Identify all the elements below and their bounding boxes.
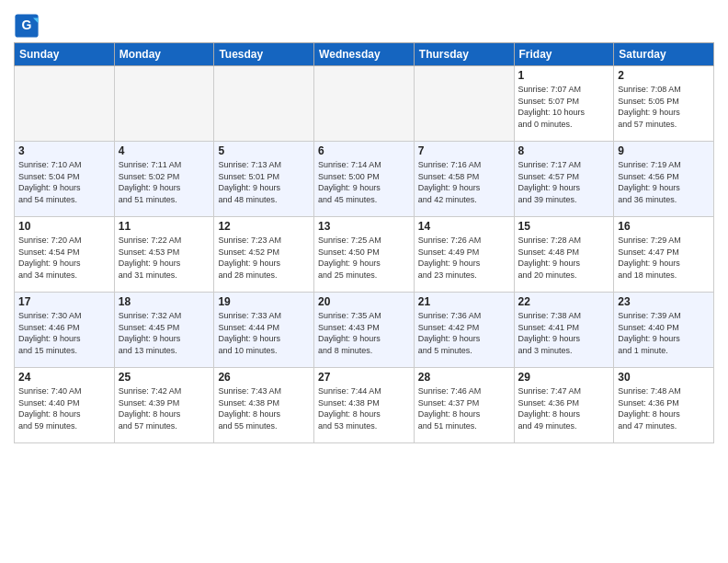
calendar-cell: 8Sunrise: 7:17 AM Sunset: 4:57 PM Daylig… — [514, 142, 614, 217]
day-info: Sunrise: 7:40 AM Sunset: 4:40 PM Dayligh… — [18, 385, 110, 431]
calendar-header-saturday: Saturday — [614, 43, 714, 66]
day-info: Sunrise: 7:33 AM Sunset: 4:44 PM Dayligh… — [218, 310, 310, 356]
day-number: 24 — [18, 371, 110, 384]
day-info: Sunrise: 7:26 AM Sunset: 4:49 PM Dayligh… — [418, 235, 510, 281]
day-info: Sunrise: 7:29 AM Sunset: 4:47 PM Dayligh… — [618, 235, 710, 281]
day-number: 7 — [418, 144, 510, 157]
day-info: Sunrise: 7:20 AM Sunset: 4:54 PM Dayligh… — [18, 235, 110, 281]
day-info: Sunrise: 7:38 AM Sunset: 4:41 PM Dayligh… — [518, 310, 610, 356]
calendar-cell: 24Sunrise: 7:40 AM Sunset: 4:40 PM Dayli… — [15, 368, 115, 443]
calendar-week-4: 24Sunrise: 7:40 AM Sunset: 4:40 PM Dayli… — [15, 368, 714, 443]
day-info: Sunrise: 7:35 AM Sunset: 4:43 PM Dayligh… — [318, 310, 410, 356]
calendar-cell: 26Sunrise: 7:43 AM Sunset: 4:38 PM Dayli… — [214, 368, 314, 443]
day-info: Sunrise: 7:08 AM Sunset: 5:05 PM Dayligh… — [618, 84, 710, 130]
day-number: 2 — [618, 69, 710, 82]
day-number: 9 — [618, 144, 710, 157]
day-number: 17 — [18, 295, 110, 308]
day-info: Sunrise: 7:14 AM Sunset: 5:00 PM Dayligh… — [318, 159, 410, 205]
day-info: Sunrise: 7:23 AM Sunset: 4:52 PM Dayligh… — [218, 235, 310, 281]
header: G — [14, 9, 714, 39]
calendar-table: SundayMondayTuesdayWednesdayThursdayFrid… — [14, 42, 714, 443]
calendar-cell: 30Sunrise: 7:48 AM Sunset: 4:36 PM Dayli… — [614, 368, 714, 443]
calendar-week-3: 17Sunrise: 7:30 AM Sunset: 4:46 PM Dayli… — [15, 293, 714, 368]
calendar-header-sunday: Sunday — [15, 43, 115, 66]
day-info: Sunrise: 7:17 AM Sunset: 4:57 PM Dayligh… — [518, 159, 610, 205]
day-number: 19 — [218, 295, 310, 308]
calendar-cell — [114, 66, 214, 142]
calendar-cell: 14Sunrise: 7:26 AM Sunset: 4:49 PM Dayli… — [414, 217, 514, 293]
day-number: 10 — [18, 220, 110, 233]
calendar-cell: 28Sunrise: 7:46 AM Sunset: 4:37 PM Dayli… — [414, 368, 514, 443]
calendar-cell — [414, 66, 514, 142]
day-info: Sunrise: 7:32 AM Sunset: 4:45 PM Dayligh… — [119, 310, 210, 356]
calendar-week-2: 10Sunrise: 7:20 AM Sunset: 4:54 PM Dayli… — [15, 217, 714, 293]
day-number: 27 — [318, 371, 410, 384]
day-number: 23 — [618, 295, 710, 308]
day-number: 29 — [518, 371, 610, 384]
day-number: 4 — [119, 144, 210, 157]
calendar-header-monday: Monday — [114, 43, 214, 66]
day-info: Sunrise: 7:42 AM Sunset: 4:39 PM Dayligh… — [119, 385, 210, 431]
calendar-cell: 5Sunrise: 7:13 AM Sunset: 5:01 PM Daylig… — [214, 142, 314, 217]
day-number: 12 — [218, 220, 310, 233]
day-number: 28 — [418, 371, 510, 384]
calendar-cell: 6Sunrise: 7:14 AM Sunset: 5:00 PM Daylig… — [314, 142, 415, 217]
calendar-week-0: 1Sunrise: 7:07 AM Sunset: 5:07 PM Daylig… — [15, 66, 714, 142]
day-number: 25 — [119, 371, 210, 384]
calendar-cell: 15Sunrise: 7:28 AM Sunset: 4:48 PM Dayli… — [514, 217, 614, 293]
calendar-cell: 19Sunrise: 7:33 AM Sunset: 4:44 PM Dayli… — [214, 293, 314, 368]
calendar-cell: 7Sunrise: 7:16 AM Sunset: 4:58 PM Daylig… — [414, 142, 514, 217]
calendar-week-1: 3Sunrise: 7:10 AM Sunset: 5:04 PM Daylig… — [15, 142, 714, 217]
day-number: 5 — [218, 144, 310, 157]
calendar-header-friday: Friday — [514, 43, 614, 66]
calendar-cell: 29Sunrise: 7:47 AM Sunset: 4:36 PM Dayli… — [514, 368, 614, 443]
calendar-cell: 22Sunrise: 7:38 AM Sunset: 4:41 PM Dayli… — [514, 293, 614, 368]
day-info: Sunrise: 7:36 AM Sunset: 4:42 PM Dayligh… — [418, 310, 510, 356]
day-number: 26 — [218, 371, 310, 384]
day-number: 8 — [518, 144, 610, 157]
calendar-cell: 4Sunrise: 7:11 AM Sunset: 5:02 PM Daylig… — [114, 142, 214, 217]
day-info: Sunrise: 7:19 AM Sunset: 4:56 PM Dayligh… — [618, 159, 710, 205]
calendar-cell: 16Sunrise: 7:29 AM Sunset: 4:47 PM Dayli… — [614, 217, 714, 293]
page-container: G SundayMondayTuesdayWednesdayThursdayFr… — [0, 0, 728, 448]
calendar-cell: 10Sunrise: 7:20 AM Sunset: 4:54 PM Dayli… — [15, 217, 115, 293]
calendar-cell: 17Sunrise: 7:30 AM Sunset: 4:46 PM Dayli… — [15, 293, 115, 368]
day-number: 1 — [518, 69, 610, 82]
day-info: Sunrise: 7:44 AM Sunset: 4:38 PM Dayligh… — [318, 385, 410, 431]
calendar-header-tuesday: Tuesday — [214, 43, 314, 66]
day-info: Sunrise: 7:11 AM Sunset: 5:02 PM Dayligh… — [119, 159, 210, 205]
calendar-cell: 3Sunrise: 7:10 AM Sunset: 5:04 PM Daylig… — [15, 142, 115, 217]
day-number: 30 — [618, 371, 710, 384]
day-number: 21 — [418, 295, 510, 308]
calendar-cell: 13Sunrise: 7:25 AM Sunset: 4:50 PM Dayli… — [314, 217, 415, 293]
calendar-header-row: SundayMondayTuesdayWednesdayThursdayFrid… — [15, 43, 714, 66]
calendar-cell: 12Sunrise: 7:23 AM Sunset: 4:52 PM Dayli… — [214, 217, 314, 293]
day-number: 3 — [18, 144, 110, 157]
day-info: Sunrise: 7:10 AM Sunset: 5:04 PM Dayligh… — [18, 159, 110, 205]
calendar-header-wednesday: Wednesday — [314, 43, 415, 66]
logo: G — [14, 13, 42, 39]
calendar-cell: 1Sunrise: 7:07 AM Sunset: 5:07 PM Daylig… — [514, 66, 614, 142]
day-info: Sunrise: 7:46 AM Sunset: 4:37 PM Dayligh… — [418, 385, 510, 431]
calendar-cell — [314, 66, 415, 142]
day-info: Sunrise: 7:28 AM Sunset: 4:48 PM Dayligh… — [518, 235, 610, 281]
logo-icon: G — [14, 13, 40, 39]
day-info: Sunrise: 7:13 AM Sunset: 5:01 PM Dayligh… — [218, 159, 310, 205]
day-info: Sunrise: 7:25 AM Sunset: 4:50 PM Dayligh… — [318, 235, 410, 281]
day-number: 14 — [418, 220, 510, 233]
day-info: Sunrise: 7:16 AM Sunset: 4:58 PM Dayligh… — [418, 159, 510, 205]
calendar-cell: 21Sunrise: 7:36 AM Sunset: 4:42 PM Dayli… — [414, 293, 514, 368]
day-info: Sunrise: 7:43 AM Sunset: 4:38 PM Dayligh… — [218, 385, 310, 431]
day-info: Sunrise: 7:07 AM Sunset: 5:07 PM Dayligh… — [518, 84, 610, 130]
day-info: Sunrise: 7:22 AM Sunset: 4:53 PM Dayligh… — [119, 235, 210, 281]
calendar-cell — [214, 66, 314, 142]
calendar-cell: 20Sunrise: 7:35 AM Sunset: 4:43 PM Dayli… — [314, 293, 415, 368]
calendar-cell: 9Sunrise: 7:19 AM Sunset: 4:56 PM Daylig… — [614, 142, 714, 217]
calendar-cell: 23Sunrise: 7:39 AM Sunset: 4:40 PM Dayli… — [614, 293, 714, 368]
day-number: 18 — [119, 295, 210, 308]
calendar-cell — [15, 66, 115, 142]
day-number: 22 — [518, 295, 610, 308]
day-number: 11 — [119, 220, 210, 233]
day-number: 6 — [318, 144, 410, 157]
calendar-header-thursday: Thursday — [414, 43, 514, 66]
